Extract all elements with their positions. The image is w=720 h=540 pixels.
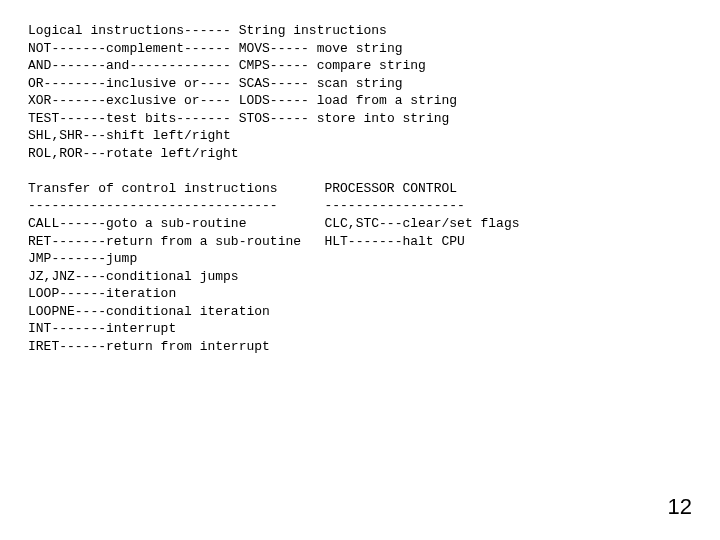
b2-l7: LOOP------iteration bbox=[28, 286, 176, 301]
b1r-l1: String instructions bbox=[239, 23, 387, 38]
b1-l8: ROL,ROR---rotate left/right bbox=[28, 146, 239, 161]
b1-l1: Logical instructions------ bbox=[28, 23, 231, 38]
b2r-l3: CLC,STC---clear/set flags bbox=[324, 216, 519, 231]
page-number: 12 bbox=[668, 492, 692, 522]
b1-l3: AND-------and------------- bbox=[28, 58, 231, 73]
b2-l8: LOOPNE----conditional iteration bbox=[28, 304, 270, 319]
b1r-l4: SCAS----- scan string bbox=[239, 76, 403, 91]
b1-l2: NOT-------complement------ bbox=[28, 41, 231, 56]
b1-l4: OR--------inclusive or---- bbox=[28, 76, 231, 91]
b2r-l1: PROCESSOR CONTROL bbox=[324, 181, 457, 196]
b2-l6: JZ,JNZ----conditional jumps bbox=[28, 269, 239, 284]
b2-l5: JMP-------jump bbox=[28, 251, 137, 266]
b2-l9: INT-------interrupt bbox=[28, 321, 176, 336]
b2-l1: Transfer of control instructions bbox=[28, 181, 278, 196]
b2-l10: IRET------return from interrupt bbox=[28, 339, 270, 354]
b1r-l5: LODS----- load from a string bbox=[239, 93, 457, 108]
b2r-l4: HLT-------halt CPU bbox=[324, 234, 464, 249]
b1r-l6: STOS----- store into string bbox=[239, 111, 450, 126]
b1-l6: TEST------test bits------- bbox=[28, 111, 231, 126]
b2r-l2: ------------------ bbox=[324, 198, 464, 213]
b1-l5: XOR-------exclusive or---- bbox=[28, 93, 231, 108]
slide-text: Logical instructions------ String instru… bbox=[0, 0, 720, 355]
b2-l4: RET-------return from a sub-routine bbox=[28, 234, 301, 249]
b1r-l2: MOVS----- move string bbox=[239, 41, 403, 56]
b1-l7: SHL,SHR---shift left/right bbox=[28, 128, 231, 143]
b2-l3: CALL------goto a sub-routine bbox=[28, 216, 246, 231]
b1r-l3: CMPS----- compare string bbox=[239, 58, 426, 73]
b2-l2: -------------------------------- bbox=[28, 198, 278, 213]
